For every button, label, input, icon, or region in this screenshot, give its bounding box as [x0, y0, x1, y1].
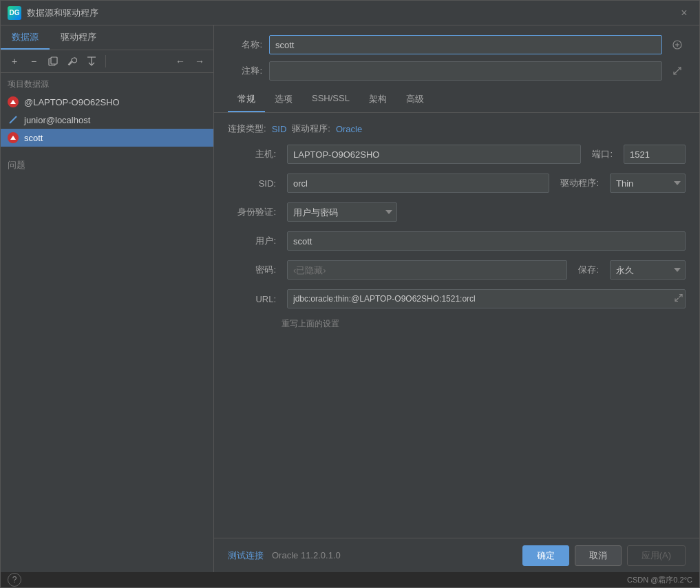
- user-row: 用户:: [228, 231, 686, 251]
- port-input[interactable]: [624, 145, 686, 164]
- name-label: 名称:: [228, 39, 262, 51]
- driver-type-select[interactable]: Thin OCI: [610, 174, 686, 193]
- user-input[interactable]: [287, 231, 686, 251]
- tab-schema[interactable]: 架构: [359, 87, 396, 112]
- title-bar: DG 数据源和驱动程序 ×: [1, 1, 699, 25]
- svg-rect-1: [51, 57, 57, 64]
- svg-line-10: [675, 298, 679, 302]
- main-content: 数据源 驱动程序 + −: [1, 25, 699, 572]
- bottom-buttons: 确定 取消 应用(A): [522, 545, 686, 566]
- version-label: Oracle 11.2.0.1.0: [272, 550, 341, 560]
- wrench-button[interactable]: [64, 53, 81, 70]
- comment-label: 注释:: [228, 65, 262, 77]
- comment-expand-icon[interactable]: [669, 63, 686, 79]
- tab-general[interactable]: 常规: [228, 87, 265, 112]
- datasource-icon-red: [8, 96, 19, 107]
- connection-type-label: 连接类型:: [228, 123, 266, 135]
- password-input[interactable]: [287, 260, 567, 280]
- datasource-icon-red-scott: [8, 132, 19, 143]
- svg-line-11: [679, 295, 683, 298]
- name-row: 名称:: [228, 35, 686, 54]
- status-bar: ? CSDN @霜序0.2°C: [1, 572, 699, 587]
- toolbar-separator: [105, 55, 106, 67]
- driver-label: 驱动程序:: [292, 123, 330, 135]
- url-row: URL:: [228, 289, 686, 308]
- config-tabs: 常规 选项 SSH/SSL 架构 高级: [214, 87, 699, 113]
- sidebar-item-label: scott: [24, 133, 43, 143]
- save-label: 保存:: [578, 264, 599, 276]
- config-form: 连接类型: SID 驱动程序: Oracle 主机: 端口: SID: 驱动程序…: [214, 113, 699, 538]
- import-button[interactable]: [83, 53, 100, 70]
- svg-line-9: [677, 67, 681, 71]
- password-label: 密码:: [228, 264, 276, 276]
- save-select[interactable]: 永久 会话期间 从不: [610, 260, 686, 280]
- connection-type-row: 连接类型: SID 驱动程序: Oracle: [228, 123, 686, 135]
- svg-line-4: [10, 116, 17, 123]
- driver-value[interactable]: Oracle: [336, 124, 362, 134]
- connection-type-value[interactable]: SID: [272, 124, 287, 134]
- password-row: 密码: 保存: 永久 会话期间 从不: [228, 260, 686, 280]
- url-input-container: [287, 289, 686, 308]
- cancel-button[interactable]: 取消: [575, 545, 622, 566]
- name-expand-icon[interactable]: [669, 36, 686, 53]
- svg-line-8: [674, 71, 677, 74]
- driver-type-label: 驱动程序:: [560, 177, 599, 189]
- host-label: 主机:: [228, 148, 276, 160]
- auth-row: 身份验证: 用户与密码 OS认证: [228, 202, 686, 222]
- sidebar-item-label: @LAPTOP-O9O62SHO: [24, 97, 120, 107]
- host-row: 主机: 端口:: [228, 145, 686, 164]
- back-button[interactable]: ←: [172, 53, 189, 70]
- sidebar-item-junior[interactable]: junior@localhost: [1, 111, 213, 129]
- test-connection-link[interactable]: 测试连接: [228, 549, 264, 562]
- sidebar: 数据源 驱动程序 + −: [1, 25, 214, 572]
- port-label: 端口:: [592, 148, 613, 160]
- status-text: CSDN @霜序0.2°C: [627, 575, 692, 585]
- add-button[interactable]: +: [6, 53, 23, 70]
- user-label: 用户:: [228, 235, 276, 247]
- host-input[interactable]: [287, 145, 581, 164]
- override-link[interactable]: 重写上面的设置: [228, 318, 686, 330]
- sidebar-tabs: 数据源 驱动程序: [1, 25, 213, 50]
- problems-section: 问题: [1, 154, 213, 177]
- auth-select[interactable]: 用户与密码 OS认证: [287, 202, 397, 222]
- tab-driver[interactable]: 驱动程序: [50, 25, 107, 50]
- tab-ssh-ssl[interactable]: SSH/SSL: [302, 87, 359, 112]
- close-button[interactable]: ×: [676, 5, 692, 21]
- datasource-icon-slash: [8, 114, 19, 125]
- url-input[interactable]: [287, 289, 686, 308]
- toolbar-nav: ← →: [172, 53, 208, 70]
- section-label: 项目数据源: [1, 73, 213, 93]
- apply-button[interactable]: 应用(A): [627, 545, 686, 566]
- dialog: DG 数据源和驱动程序 × 数据源 驱动程序 + −: [0, 0, 700, 588]
- copy-button[interactable]: [45, 53, 61, 70]
- forward-button[interactable]: →: [191, 53, 208, 70]
- sid-label: SID:: [228, 178, 276, 189]
- comment-input[interactable]: [269, 61, 662, 81]
- url-label: URL:: [228, 294, 276, 304]
- comment-row: 注释:: [228, 61, 686, 81]
- tab-advanced[interactable]: 高级: [396, 87, 434, 112]
- sid-row: SID: 驱动程序: Thin OCI: [228, 174, 686, 193]
- sidebar-item-label: junior@localhost: [24, 115, 90, 125]
- sidebar-item-scott[interactable]: scott: [1, 129, 213, 147]
- confirm-button[interactable]: 确定: [522, 545, 569, 566]
- auth-label: 身份验证:: [228, 206, 276, 218]
- sidebar-toolbar: + −: [1, 50, 213, 73]
- sidebar-item-laptop[interactable]: @LAPTOP-O9O62SHO: [1, 93, 213, 111]
- right-panel: 名称: 注释:: [214, 25, 699, 572]
- remove-button[interactable]: −: [25, 53, 42, 70]
- app-icon: DG: [8, 6, 21, 20]
- name-input[interactable]: [269, 35, 662, 54]
- bottom-bar: 测试连接 Oracle 11.2.0.1.0 确定 取消 应用(A): [214, 538, 699, 572]
- sid-input[interactable]: [287, 174, 549, 193]
- dialog-title: 数据源和驱动程序: [27, 7, 676, 19]
- url-expand-icon[interactable]: [675, 294, 683, 304]
- help-button[interactable]: ?: [8, 573, 21, 587]
- tab-datasource[interactable]: 数据源: [1, 25, 50, 50]
- tab-options[interactable]: 选项: [265, 87, 302, 112]
- top-form: 名称: 注释:: [214, 25, 699, 87]
